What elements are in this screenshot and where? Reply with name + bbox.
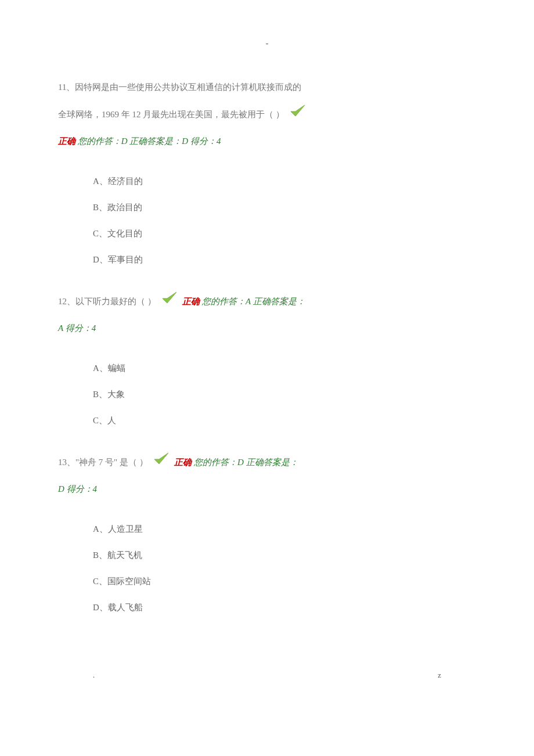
- question-number: 13、: [58, 458, 75, 467]
- question-13: 13、"神舟 7 号" 是（ ） 正确 您的作答：D 正确答案是： D 得分：4…: [58, 451, 476, 621]
- option-d: D、军事目的: [93, 247, 476, 273]
- option-a: A、蝙蝠: [93, 355, 476, 381]
- checkmark-icon: [161, 290, 178, 314]
- question-text: 13、"神舟 7 号" 是（ ） 正确 您的作答：D 正确答案是：: [58, 451, 476, 475]
- option-b: B、政治目的: [93, 195, 476, 221]
- question-text: 11、因特网是由一些使用公共协议互相通信的计算机联接而成的: [58, 76, 476, 99]
- feedback-detail-2: A 得分：4: [58, 323, 96, 333]
- options-list: A、蝙蝠 B、大象 C、人: [58, 355, 476, 434]
- question-number: 11、: [58, 82, 75, 92]
- page-footer: . z: [58, 667, 476, 684]
- option-b: B、航天飞机: [93, 542, 476, 568]
- feedback-line2: D 得分：4: [58, 480, 476, 499]
- question-text-line2: 全球网络，1969 年 12 月最先出现在美国，最先被用于（ ）: [58, 103, 476, 127]
- question-line1: 因特网是由一些使用公共协议互相通信的计算机联接而成的: [75, 82, 301, 92]
- question-11: 11、因特网是由一些使用公共协议互相通信的计算机联接而成的 全球网络，1969 …: [58, 76, 476, 273]
- option-a: A、经济目的: [93, 168, 476, 195]
- option-c: C、人: [93, 408, 476, 434]
- feedback-line2: A 得分：4: [58, 319, 476, 338]
- option-a: A、人造卫星: [93, 516, 476, 542]
- feedback-detail-1: 您的作答：D 正确答案是：: [192, 458, 298, 467]
- option-c: C、文化目的: [93, 221, 476, 247]
- question-text: 12、以下听力最好的（ ） 正确 您的作答：A 正确答案是：: [58, 290, 476, 314]
- feedback-correct-label: 正确: [58, 136, 75, 146]
- question-line2: 全球网络，1969 年 12 月最先出现在美国，最先被用于（ ）: [58, 110, 284, 119]
- options-list: A、人造卫星 B、航天飞机 C、国际空间站 D、载人飞船: [58, 516, 476, 621]
- document-page: - 11、因特网是由一些使用公共协议互相通信的计算机联接而成的 全球网络，196…: [0, 0, 534, 719]
- feedback-inline: 正确 您的作答：A 正确答案是：: [182, 297, 305, 306]
- feedback-correct-label: 正确: [174, 458, 192, 467]
- question-number: 12、: [58, 297, 75, 306]
- checkmark-icon: [153, 451, 170, 475]
- feedback-correct-label: 正确: [182, 297, 200, 306]
- feedback-detail-1: 您的作答：A 正确答案是：: [200, 297, 305, 306]
- question-12: 12、以下听力最好的（ ） 正确 您的作答：A 正确答案是： A 得分：4 A、…: [58, 290, 476, 434]
- option-c: C、国际空间站: [93, 568, 476, 595]
- footer-right: z: [438, 667, 441, 684]
- option-b: B、大象: [93, 381, 476, 408]
- feedback-inline: 正确 您的作答：D 正确答案是：: [174, 458, 298, 467]
- question-inline: "神舟 7 号" 是（ ）: [75, 458, 148, 467]
- feedback-line: 正确 您的作答：D 正确答案是：D 得分：4: [58, 132, 476, 151]
- footer-left: .: [93, 667, 95, 684]
- top-mark: -: [58, 35, 476, 53]
- checkmark-icon: [289, 103, 306, 127]
- options-list: A、经济目的 B、政治目的 C、文化目的 D、军事目的: [58, 168, 476, 273]
- feedback-detail-2: D 得分：4: [58, 484, 97, 494]
- option-d: D、载人飞船: [93, 595, 476, 621]
- feedback-detail: 您的作答：D 正确答案是：D 得分：4: [75, 136, 221, 146]
- question-inline: 以下听力最好的（ ）: [75, 297, 156, 306]
